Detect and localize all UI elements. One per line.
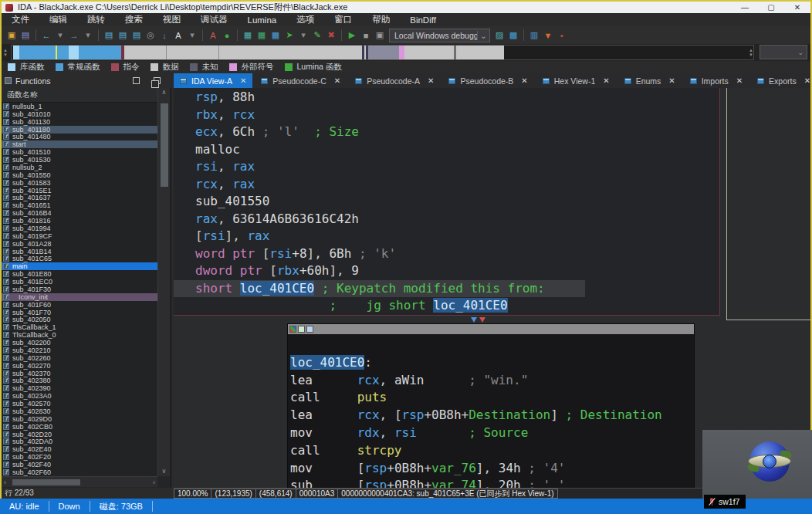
debug-windows-icon[interactable]: ▦ (242, 29, 254, 42)
code-token[interactable]: rcx (232, 107, 255, 122)
code-token[interactable]: , (218, 90, 232, 104)
vertical-scroll-thumb[interactable] (161, 103, 168, 187)
menu-item-文件[interactable]: 文件 (2, 14, 39, 25)
list-item-sub_401637[interactable]: fsub_401637 (2, 194, 157, 202)
code-token[interactable]: dword ptr (195, 263, 269, 278)
list-item-sub_401480[interactable]: fsub_401480 (2, 134, 157, 141)
back-history-dropdown-icon[interactable]: ▾ (54, 29, 66, 42)
code-token[interactable]: lea (290, 407, 357, 422)
code-token[interactable]: 20h (499, 478, 521, 488)
code-token[interactable]: rax (232, 159, 255, 174)
start-debugger-icon[interactable]: ▶ (346, 29, 358, 42)
tab-pseudocode-a[interactable]: Pseudocode-A✕ (349, 73, 440, 88)
attach-icon[interactable]: ▨ (493, 29, 506, 42)
trace-icon[interactable]: ▥ (528, 29, 540, 42)
step-icon[interactable]: ➤ (283, 29, 296, 42)
list-item-TlsCallback_0[interactable]: fTlsCallback_0 (2, 331, 157, 339)
delete-breakpoint-icon[interactable]: ✖ (325, 29, 337, 42)
code-token[interactable]: ; 'k' (351, 246, 396, 261)
code-token[interactable]: ] (550, 407, 558, 422)
float-panel-icon[interactable] (154, 77, 161, 84)
edit-patch-icon[interactable]: ✎ (311, 29, 323, 42)
tab-pseudocode-b[interactable]: Pseudocode-B✕ (442, 73, 533, 88)
navband-left-arrows[interactable]: ▲▼ (2, 44, 9, 61)
list-item-nullsub_1[interactable]: fnullsub_1 (2, 103, 157, 110)
code-token[interactable]: , (218, 124, 232, 139)
maximize-button[interactable]: ▢ (758, 2, 784, 13)
code-token[interactable]: [ (269, 263, 277, 278)
list-item-sub_402570[interactable]: fsub_402570 (2, 400, 157, 407)
code-token[interactable]: sub (290, 478, 357, 488)
list-item-sub_402E40[interactable]: fsub_402E40 (2, 445, 157, 453)
debugger-options-icon[interactable]: ▩ (507, 29, 519, 42)
code-token[interactable]: ; ' ' (521, 478, 566, 488)
code-token[interactable]: , (218, 107, 232, 122)
list-item-sub_402200[interactable]: fsub_402200 (2, 339, 157, 347)
code-token[interactable]: rsp (402, 407, 425, 422)
code-token[interactable]: malloc (195, 142, 240, 157)
list-item-sub_401010[interactable]: fsub_401010 (2, 110, 157, 118)
list-item-sub_402F60[interactable]: fsub_402F60 (2, 468, 157, 476)
jump-address-icon[interactable]: ▤ (103, 29, 115, 42)
code-token[interactable]: [ (357, 478, 365, 488)
code-line[interactable]: sub [rsp+0B8h+var_74], 20h ; ' ' (290, 477, 694, 488)
menu-item-视图[interactable]: 视图 (153, 14, 191, 25)
scroll-left-icon[interactable]: ‹ (4, 477, 6, 488)
functions-vertical-scrollbar[interactable]: ∧ ∨ (157, 88, 170, 476)
scroll-up-icon[interactable]: ∧ (158, 88, 170, 97)
list-item-sub_402DA0[interactable]: fsub_402DA0 (2, 438, 157, 446)
list-item-sub_402050[interactable]: fsub_402050 (2, 316, 157, 324)
menu-item-BinDiff[interactable]: BinDiff (400, 15, 446, 25)
navigate-back-icon[interactable]: ← (40, 29, 52, 42)
code-token[interactable]: + (424, 478, 431, 488)
list-item-sub_401EC0[interactable]: fsub_401EC0 (2, 278, 157, 286)
functions-column-header[interactable]: 函数名称 (2, 88, 157, 103)
rename-icon[interactable]: A (172, 29, 184, 42)
code-line[interactable]: lea rcx, [rsp+0B8h+Destination] ; Destin… (290, 407, 694, 424)
code-token[interactable]: [ (262, 246, 270, 261)
menu-item-窗口[interactable]: 窗口 (324, 14, 362, 25)
minimize-button[interactable]: — (732, 2, 758, 13)
list-item-sub_401816[interactable]: fsub_401816 (2, 217, 157, 225)
code-token[interactable]: rax (195, 211, 218, 226)
code-token[interactable]: 88h (232, 90, 255, 104)
tab-hex-view-1[interactable]: Hex View-1✕ (536, 73, 616, 88)
code-line[interactable]: ; jg short loc_401CE0 (174, 297, 585, 315)
code-token[interactable]: ; 'l' (255, 124, 299, 139)
code-token[interactable]: rbx (277, 263, 299, 278)
code-token[interactable]: ; jg short (195, 298, 433, 313)
pause-debugger-icon[interactable]: ■ (360, 29, 372, 42)
list-item-sub_402270[interactable]: fsub_402270 (2, 362, 157, 370)
code-token[interactable]: call (290, 390, 357, 404)
menu-item-跳转[interactable]: 跳转 (77, 14, 115, 25)
code-line[interactable]: mov [rsp+0B8h+var_76], 34h ; '4' (290, 460, 694, 478)
code-token[interactable]: loc_401CE0 (290, 355, 364, 370)
menu-item-Lumina[interactable]: Lumina (238, 15, 287, 25)
list-item-sub_402260[interactable]: fsub_402260 (2, 354, 157, 362)
tab-close-icon[interactable]: ✕ (603, 76, 609, 85)
tab-close-icon[interactable]: ✕ (240, 76, 246, 85)
code-token[interactable]: ], (307, 246, 330, 261)
maximize-panel-icon[interactable] (133, 77, 140, 84)
code-token[interactable]: , (218, 211, 232, 226)
jump-down-icon[interactable]: ↓ (158, 29, 171, 42)
navband-right-arrows[interactable]: ▲▼ (747, 44, 755, 61)
forward-history-dropdown-icon[interactable]: ▾ (82, 29, 94, 42)
jump-name-icon[interactable]: ▤ (117, 29, 129, 42)
menu-item-编辑[interactable]: 编辑 (39, 14, 77, 25)
node-header-toolbar[interactable] (288, 324, 694, 334)
navband-zoom-dropdown[interactable]: ⌄ (760, 45, 807, 59)
code-token[interactable]: ; Source (417, 425, 529, 440)
code-token[interactable]: +0B8h (387, 461, 424, 475)
save-icon[interactable]: ▤ (19, 29, 32, 42)
code-token[interactable]: ecx (195, 124, 218, 139)
code-token[interactable]: +60h (299, 263, 330, 278)
code-token[interactable]: rbx (195, 107, 218, 122)
code-token[interactable]: rsp (364, 478, 387, 488)
code-token[interactable]: , (380, 373, 394, 387)
code-token[interactable]: ], (329, 263, 351, 278)
list-item-sub_402390[interactable]: fsub_402390 (2, 384, 157, 392)
code-line[interactable]: rsp, 88h (174, 89, 585, 107)
code-token[interactable]: ; Destination (558, 407, 662, 422)
code-token[interactable]: strcpy (357, 443, 402, 458)
